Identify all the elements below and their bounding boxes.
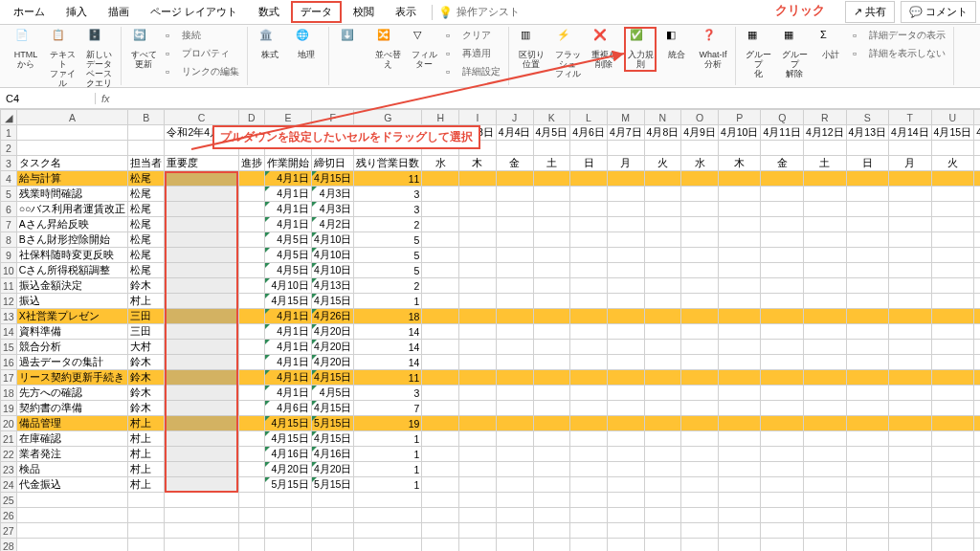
ribbon-統合[interactable]: ◧統合: [660, 27, 693, 62]
row-header-4[interactable]: 4: [1, 171, 17, 187]
col-header-D[interactable]: D: [238, 110, 264, 125]
table-row[interactable]: 4給与計算松尾4月1日4月15日11: [1, 171, 981, 187]
fx-icon[interactable]: fx: [96, 93, 116, 104]
table-row[interactable]: 12振込村上4月15日4月15日1: [1, 294, 981, 309]
row-header-8[interactable]: 8: [1, 232, 17, 248]
row-header-21[interactable]: 21: [1, 431, 17, 447]
row-header-6[interactable]: 6: [1, 202, 17, 217]
row-header-14[interactable]: 14: [1, 324, 17, 340]
ribbon-新しいデータベースクエリ[interactable]: 🗄️新しいデータベースクエリ: [82, 27, 115, 91]
comment-button[interactable]: 💬 コメント: [901, 1, 976, 23]
menu-表示[interactable]: 表示: [386, 1, 426, 23]
ribbon-入力規則[interactable]: ✅入力規則: [624, 27, 657, 72]
menu-挿入[interactable]: 挿入: [56, 1, 97, 23]
col-header-C[interactable]: C: [165, 110, 239, 125]
table-row[interactable]: 8Bさん財形控除開始松尾4月5日4月10日5: [1, 232, 981, 248]
col-header-K[interactable]: K: [533, 110, 570, 125]
ribbon-並べ替え[interactable]: 🔀並べ替え: [371, 27, 404, 72]
row-header-15[interactable]: 15: [1, 340, 17, 355]
row-header-19[interactable]: 19: [1, 401, 17, 416]
col-header-M[interactable]: M: [607, 110, 644, 125]
ribbon-What-If分析[interactable]: ❓What-If分析: [697, 27, 729, 72]
col-header-I[interactable]: I: [459, 110, 497, 125]
col-header-R[interactable]: R: [804, 110, 847, 125]
row-header-16[interactable]: 16: [1, 355, 17, 370]
col-header-V[interactable]: V: [974, 110, 980, 125]
table-row[interactable]: 26: [1, 508, 981, 523]
ribbon-すべて更新[interactable]: 🔄すべて更新: [127, 27, 160, 72]
col-header-T[interactable]: T: [889, 110, 932, 125]
name-box[interactable]: C4: [0, 93, 96, 104]
ribbon-テキストファイル[interactable]: 📋テキストファイル: [46, 27, 78, 91]
ribbon-フィルター[interactable]: ▽フィルター: [408, 27, 440, 72]
ribbon-side-リンクの編集[interactable]: ▫リンクの編集: [164, 63, 241, 80]
row-header-1[interactable]: 1: [1, 125, 17, 141]
col-header-A[interactable]: A: [16, 110, 128, 125]
row-header-3[interactable]: 3: [1, 156, 17, 171]
row-header-5[interactable]: 5: [1, 187, 17, 202]
ribbon-グループ化[interactable]: ▦グループ化: [742, 27, 774, 81]
table-row[interactable]: 25: [1, 493, 981, 508]
col-header-O[interactable]: O: [681, 110, 719, 125]
row-header-2[interactable]: 2: [1, 141, 17, 156]
table-row[interactable]: 19契約書の準備鈴木4月6日4月15日7: [1, 401, 981, 416]
table-row[interactable]: 22業者発注村上4月16日4月16日1: [1, 447, 981, 462]
col-header-Q[interactable]: Q: [761, 110, 804, 125]
col-header-N[interactable]: N: [644, 110, 681, 125]
ribbon-side-接続[interactable]: ▫接続: [164, 27, 241, 44]
table-row[interactable]: 13X社営業プレゼン三田4月1日4月26日18: [1, 309, 981, 324]
col-header-J[interactable]: J: [496, 110, 533, 125]
row-header-27[interactable]: 27: [1, 523, 17, 539]
ribbon-区切り位置[interactable]: ▥区切り位置: [515, 27, 547, 72]
col-header-H[interactable]: H: [422, 110, 459, 125]
col-header-P[interactable]: P: [718, 110, 761, 125]
col-header-B[interactable]: B: [128, 110, 165, 125]
col-header-E[interactable]: E: [264, 110, 311, 125]
share-button[interactable]: ↗ 共有: [845, 1, 895, 23]
row-header-13[interactable]: 13: [1, 309, 17, 324]
menu-データ[interactable]: データ: [291, 1, 342, 23]
menu-校閲[interactable]: 校閲: [344, 1, 384, 23]
row-header-9[interactable]: 9: [1, 248, 17, 263]
table-row[interactable]: 18先方への確認鈴木4月1日4月5日3: [1, 386, 981, 401]
tell-me[interactable]: 💡操作アシスト: [438, 5, 520, 19]
row-header-18[interactable]: 18: [1, 386, 17, 401]
ribbon-地理[interactable]: 🌐地理: [290, 27, 323, 62]
table-row[interactable]: 6○○バス利用者運賃改正松尾4月1日4月3日3: [1, 202, 981, 217]
col-header-S[interactable]: S: [846, 110, 889, 125]
ribbon-重複を削除[interactable]: ❌重複を削除: [588, 27, 620, 72]
table-row[interactable]: 15競合分析大村4月1日4月20日14: [1, 340, 981, 355]
select-all[interactable]: ◢: [1, 110, 17, 125]
col-header-U[interactable]: U: [931, 110, 974, 125]
ribbon-icon6[interactable]: ⬇️: [335, 27, 368, 53]
table-row[interactable]: 27: [1, 523, 981, 539]
row-header-25[interactable]: 25: [1, 493, 17, 508]
row-header-17[interactable]: 17: [1, 370, 17, 386]
table-row[interactable]: 28: [1, 539, 981, 552]
table-row[interactable]: 7Aさん昇給反映松尾4月1日4月2日2: [1, 217, 981, 232]
table-row[interactable]: 11振込金額決定鈴木4月10日4月13日2: [1, 278, 981, 294]
col-header-L[interactable]: L: [570, 110, 608, 125]
ribbon-株式[interactable]: 🏛️株式: [254, 27, 286, 62]
table-row[interactable]: 17リース契約更新手続き鈴木4月1日4月15日11: [1, 370, 981, 386]
table-row[interactable]: 10Cさん所得税額調整松尾4月5日4月10日5: [1, 263, 981, 278]
menu-ホーム[interactable]: ホーム: [4, 1, 55, 23]
table-row[interactable]: 9社保料随時変更反映松尾4月5日4月10日5: [1, 248, 981, 263]
row-header-20[interactable]: 20: [1, 416, 17, 431]
row-header-7[interactable]: 7: [1, 217, 17, 232]
ribbon-小計[interactable]: Σ小計: [814, 27, 847, 62]
ribbon-グループ解除[interactable]: ▦グループ解除: [778, 27, 811, 81]
row-header-28[interactable]: 28: [1, 539, 17, 552]
ribbon-side-詳細設定[interactable]: ▫詳細設定: [444, 63, 502, 80]
row-header-22[interactable]: 22: [1, 447, 17, 462]
ribbon-フラッシュフィル[interactable]: ⚡フラッシュフィル: [551, 27, 584, 81]
ribbon-side-再適用[interactable]: ▫再適用: [444, 45, 502, 62]
ribbon-side-詳細データの表示[interactable]: ▫詳細データの表示: [851, 27, 947, 44]
table-row[interactable]: 24代金振込村上5月15日5月15日1: [1, 477, 981, 493]
menu-数式[interactable]: 数式: [249, 1, 289, 23]
row-header-10[interactable]: 10: [1, 263, 17, 278]
row-header-23[interactable]: 23: [1, 462, 17, 477]
table-row[interactable]: 16過去データの集計鈴木4月1日4月20日14: [1, 355, 981, 370]
col-header-F[interactable]: F: [311, 110, 354, 125]
menu-描画[interactable]: 描画: [99, 1, 139, 23]
